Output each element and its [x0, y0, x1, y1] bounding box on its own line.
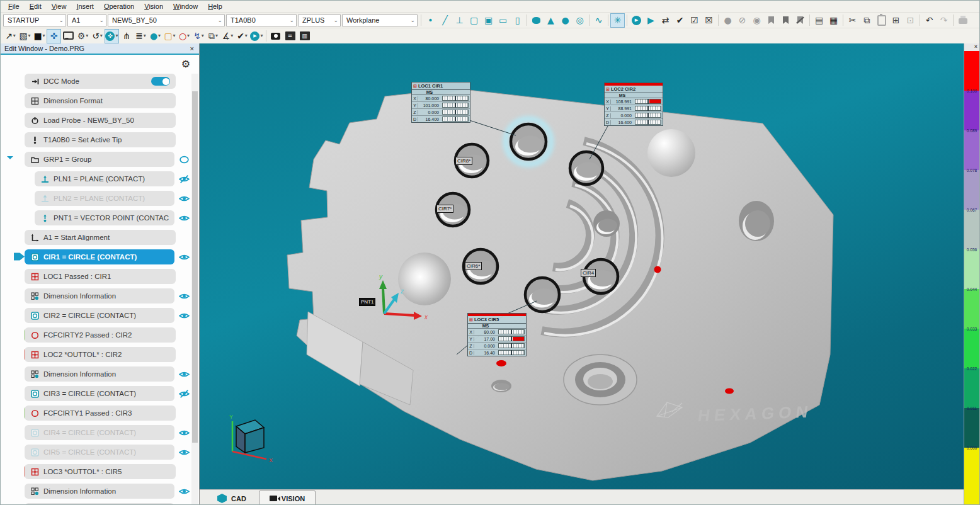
- tab-vision[interactable]: VISION: [259, 491, 316, 505]
- scrollbar-thumb[interactable]: [192, 91, 198, 443]
- probe-toolbox-icon[interactable]: ⚙▾: [76, 29, 90, 43]
- execute-icon[interactable]: ▶: [629, 13, 644, 28]
- menu-window[interactable]: Window: [168, 2, 203, 11]
- chevron-down-icon[interactable]: ▾: [202, 33, 204, 38]
- done-icon[interactable]: ✔: [673, 13, 687, 28]
- eye-slash-icon[interactable]: [179, 390, 190, 398]
- graph-window-icon[interactable]: ▥: [297, 29, 312, 43]
- chevron-down-icon[interactable]: ▾: [215, 33, 218, 38]
- chevron-down-icon[interactable]: ▾: [28, 33, 31, 38]
- menu-view[interactable]: View: [47, 2, 72, 11]
- paste-icon[interactable]: [874, 13, 889, 28]
- command-item[interactable]: CIR4 = CIRCLE (CONTACT): [25, 425, 174, 440]
- chevron-down-icon[interactable]: ⌄: [289, 17, 294, 23]
- command-item[interactable]: CIR2 = CIRCLE (CONTACT): [25, 308, 174, 323]
- dimension-callout-loc1[interactable]: ⊞LOC1 CIR1MSX80.000Y101.000Z0.000D16.400: [411, 82, 470, 123]
- command-mode-icon[interactable]: ▦: [826, 13, 841, 28]
- close-icon[interactable]: ×: [964, 43, 979, 51]
- chevron-down-icon[interactable]: ▾: [144, 33, 146, 38]
- command-item[interactable]: CIR3 = CIRCLE (CONTACT): [25, 386, 174, 401]
- command-item[interactable]: GRP1 = Group: [25, 152, 174, 167]
- eye-icon[interactable]: [179, 253, 190, 261]
- stop-icon[interactable]: ●: [721, 13, 735, 28]
- torus-icon[interactable]: ◎: [573, 13, 587, 28]
- eye-icon[interactable]: [179, 429, 190, 437]
- chevron-down-icon[interactable]: ▾: [13, 33, 16, 38]
- eye-slash-icon[interactable]: [179, 175, 190, 183]
- snapshot-camera-icon[interactable]: [268, 29, 283, 43]
- close-icon[interactable]: ×: [190, 45, 194, 52]
- plane-icon[interactable]: ⊥: [452, 13, 467, 28]
- eye-icon[interactable]: [179, 370, 190, 378]
- menu-vision[interactable]: Vision: [139, 2, 168, 11]
- menu-help[interactable]: Help: [203, 2, 227, 11]
- round-slot-icon[interactable]: ▭: [496, 13, 510, 28]
- chevron-down-icon[interactable]: ▾: [115, 33, 118, 38]
- command-item[interactable]: FCFCIRTY2 Passed : CIR2: [25, 327, 176, 343]
- sphere-icon[interactable]: ●: [558, 13, 573, 28]
- tab-cad[interactable]: CAD: [207, 491, 256, 505]
- eye-icon[interactable]: [179, 312, 190, 320]
- eye-icon[interactable]: [179, 487, 190, 496]
- measurement-strategy-select[interactable]: STARTUP⌄: [3, 14, 66, 26]
- eye-icon[interactable]: [179, 195, 190, 203]
- chevron-down-icon[interactable]: ▾: [231, 33, 233, 38]
- pattern-icon[interactable]: ⊡: [903, 13, 918, 28]
- curve-icon[interactable]: ∿: [591, 13, 606, 28]
- bookmark-remove-icon[interactable]: [793, 13, 807, 28]
- command-item[interactable]: FCFCIRTY1 Passed : CIR3: [25, 406, 176, 421]
- command-item[interactable]: A1 = Start Alignment: [25, 230, 176, 245]
- square-slot-icon[interactable]: ▯: [510, 13, 525, 28]
- command-item[interactable]: PLN1 = PLANE (CONTACT): [35, 171, 174, 186]
- view-set-icon[interactable]: ⧉▾: [206, 29, 220, 43]
- cad-viewport[interactable]: HEXAGON y x z: [200, 43, 964, 489]
- expander-chevron-icon[interactable]: [7, 156, 13, 162]
- command-item[interactable]: Load Probe - NEW5_BY_50: [25, 113, 176, 128]
- solid-view-icon[interactable]: ■▾: [32, 29, 47, 43]
- chevron-down-icon[interactable]: ⌄: [217, 17, 222, 23]
- bookmark-icon[interactable]: [764, 13, 778, 28]
- chevron-down-icon[interactable]: ▾: [187, 33, 190, 38]
- bookmark-insert-icon[interactable]: [778, 13, 793, 28]
- command-item[interactable]: CIR1 = CIRCLE (CONTACT): [25, 249, 174, 264]
- chevron-down-icon[interactable]: ▾: [173, 33, 176, 38]
- continue-icon[interactable]: ◉: [749, 13, 764, 28]
- command-item[interactable]: LOC1 Passed : CIR1: [25, 269, 176, 284]
- active-tip-select[interactable]: T1A0B0⌄: [226, 14, 297, 26]
- pan-view-icon[interactable]: ✜▾: [105, 29, 119, 43]
- eye-icon[interactable]: [179, 448, 190, 457]
- confirm-icon[interactable]: ✔▾: [235, 29, 249, 43]
- chevron-down-icon[interactable]: ▾: [43, 33, 45, 38]
- command-item[interactable]: Dimension Information: [25, 484, 174, 499]
- menu-insert[interactable]: Insert: [71, 2, 99, 11]
- workplane-select[interactable]: Workplane⌄: [342, 14, 418, 26]
- chevron-down-icon[interactable]: ▾: [100, 33, 103, 38]
- command-item[interactable]: CIR5 = CIRCLE (CONTACT): [25, 445, 174, 460]
- pan-mode-icon[interactable]: ✜: [47, 29, 61, 43]
- angle-strategy-icon[interactable]: ∡▾: [220, 29, 235, 43]
- chevron-down-icon[interactable]: ⌄: [333, 17, 338, 23]
- cad-sphere-icon[interactable]: ●▾: [148, 29, 162, 43]
- chevron-down-icon[interactable]: ⌄: [99, 17, 104, 23]
- ellipse-icon[interactable]: ▣: [481, 13, 496, 28]
- alignment-select[interactable]: A1⌄: [67, 14, 106, 26]
- execute-mode-icon[interactable]: ▶▾: [249, 29, 264, 43]
- chevron-down-icon[interactable]: ▾: [86, 33, 88, 38]
- command-item[interactable]: Dimension Information: [25, 366, 174, 382]
- paste-with-pattern-icon[interactable]: ⊞: [889, 13, 903, 28]
- marked-sets-clear-icon[interactable]: ☒: [702, 13, 716, 28]
- loop-icon[interactable]: ⇄: [658, 13, 673, 28]
- chevron-down-icon[interactable]: ▾: [260, 33, 263, 38]
- auto-feature-icon[interactable]: ✳: [610, 13, 625, 28]
- redo-icon[interactable]: ↷: [937, 13, 951, 28]
- report-window-icon[interactable]: ≡: [283, 29, 297, 43]
- command-item[interactable]: DCC Mode: [25, 74, 176, 89]
- eye-icon[interactable]: [179, 292, 190, 300]
- window-layout-icon[interactable]: ≣▾: [134, 29, 148, 43]
- chevron-down-icon[interactable]: ▾: [245, 33, 248, 38]
- chevron-down-icon[interactable]: ▾: [158, 33, 161, 38]
- dimension-callout-loc3[interactable]: ⊞LOC3 CIR5MSX80.00Y17.00Z0.000D16.40: [467, 313, 527, 356]
- sidebar-scrollbar[interactable]: [191, 74, 198, 505]
- gage-window-icon[interactable]: ▢▾: [162, 29, 177, 43]
- eye-icon[interactable]: [179, 214, 190, 222]
